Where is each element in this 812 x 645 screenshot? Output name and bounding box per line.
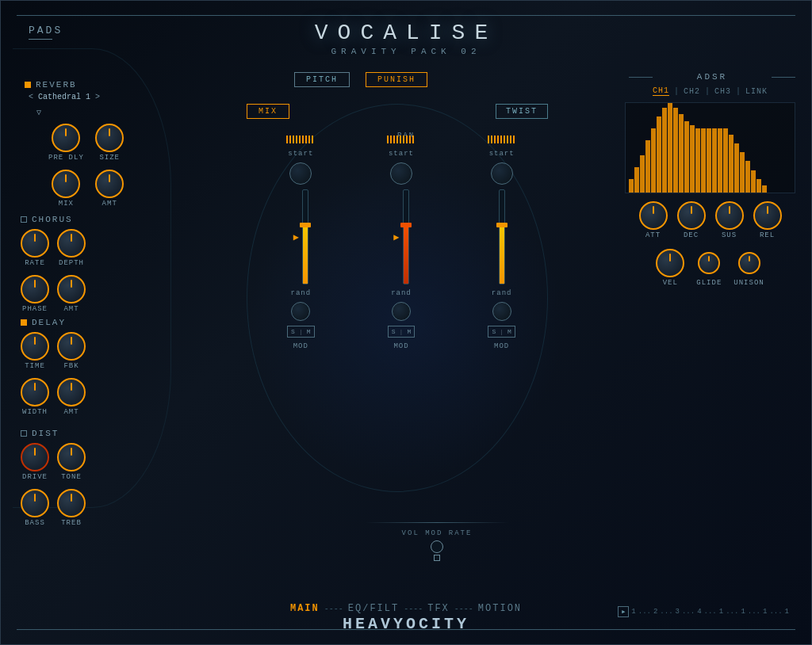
fader2-play-arrow: ▶	[393, 231, 399, 243]
fader1-m-button[interactable]: M	[307, 328, 311, 335]
knob-group-phase: PHASE	[21, 275, 49, 313]
dist-tone-knob[interactable]	[57, 443, 86, 471]
nav-tab-tfx[interactable]: TFX	[427, 603, 450, 614]
seq-sep3: ...	[682, 608, 695, 616]
header: VOCALISE GRAVITY PACK 02	[1, 21, 811, 56]
delay-fbk-knob[interactable]	[57, 332, 86, 361]
delay-amt-knob[interactable]	[57, 378, 86, 406]
seq-dot-4[interactable]: 4	[697, 608, 701, 616]
fader3-thumb[interactable]	[496, 223, 508, 227]
fader1-thumb[interactable]	[300, 223, 311, 227]
seq-sep5: ...	[726, 608, 738, 616]
dist-treb-knob[interactable]	[57, 489, 86, 517]
adsr-tab-ch1[interactable]: CH1	[653, 86, 669, 96]
reverb-amt-knob[interactable]	[95, 170, 124, 198]
chorus-enabled-checkbox[interactable]	[21, 216, 27, 223]
chorus-amt-label: AMT	[63, 305, 79, 313]
chorus-depth-knob[interactable]	[57, 229, 86, 258]
vol-mod-knob-area	[431, 540, 443, 561]
preset-next-arrow[interactable]: >	[95, 93, 100, 101]
fader2-track[interactable]	[403, 189, 409, 284]
glide-knob[interactable]	[698, 252, 720, 274]
fader1-s-button[interactable]: S	[291, 328, 295, 335]
adsr-bar	[651, 128, 656, 193]
preset-prev-arrow[interactable]: <	[29, 93, 33, 101]
twist-button[interactable]: TWIST	[496, 104, 548, 119]
reverb-mix-label: MIX	[59, 200, 74, 208]
seq-dot-5[interactable]: 1	[719, 608, 723, 616]
adsr-tab-ch2[interactable]: CH2	[684, 87, 700, 96]
knob-group-width: WIDTH	[21, 378, 49, 416]
adsr-att-knob[interactable]	[639, 201, 668, 230]
fader2-sm-divider: |	[400, 328, 404, 335]
knob-group-delayamt: AMT	[57, 378, 86, 416]
seq-dot-3[interactable]: 3	[676, 608, 680, 616]
chorus-amt-knob[interactable]	[57, 275, 86, 303]
fader2-m-button[interactable]: M	[407, 328, 411, 335]
seq-dot-6[interactable]: 1	[741, 608, 745, 616]
fader3-start-knob[interactable]	[491, 162, 513, 185]
reverb-label: REVERB	[36, 80, 77, 90]
nav-div3: ----	[450, 605, 478, 613]
reverb-mix-knob[interactable]	[52, 170, 80, 198]
delay-time-knob[interactable]	[21, 332, 49, 361]
fader-column-3: start rand S | M MOD	[488, 135, 516, 350]
chorus-phase-label: PHASE	[22, 305, 48, 313]
fader3-s-button[interactable]: S	[492, 328, 496, 335]
nav-tab-main[interactable]: MAIN	[290, 603, 320, 614]
chorus-rate-knob[interactable]	[21, 229, 49, 258]
fader1-fill	[303, 227, 308, 284]
seq-dot-2[interactable]: 2	[653, 608, 657, 616]
fader1-mod-label: MOD	[293, 342, 308, 350]
fader1-track[interactable]	[302, 189, 308, 284]
fader1-start-knob[interactable]	[289, 162, 312, 185]
fader1-play-arrow: ▶	[293, 231, 299, 243]
vel-knob[interactable]	[656, 249, 684, 277]
seq-dot-8[interactable]: 1	[785, 608, 789, 616]
adsr-bars	[626, 103, 795, 193]
reverb-enabled-indicator[interactable]	[25, 82, 31, 88]
reverb-dropdown-indicator[interactable]: ▽	[36, 108, 128, 117]
nav-tab-motion[interactable]: MOTION	[478, 603, 522, 614]
plugin-container: PADS VOCALISE GRAVITY PACK 02 REVERB < C…	[0, 0, 812, 645]
adsr-dec-knob[interactable]	[677, 201, 706, 230]
knob-group-predly: PRE DLY	[48, 124, 84, 162]
vol-mod-knob[interactable]	[431, 540, 443, 553]
fader3-track[interactable]	[499, 189, 505, 284]
knob-group-bass: BASS	[21, 489, 49, 527]
fader2-rand-knob[interactable]	[392, 302, 411, 321]
seq-dot-7[interactable]: 1	[763, 608, 767, 616]
nav-tab-eqfilt[interactable]: EQ/FILT	[348, 603, 399, 614]
delay-enabled-indicator[interactable]	[21, 319, 27, 326]
adsr-sus-knob[interactable]	[715, 201, 744, 230]
adsr-dec-label: DEC	[684, 231, 699, 239]
reverb-header: REVERB	[25, 80, 128, 90]
punish-button[interactable]: PUNISH	[366, 72, 427, 87]
pitch-button[interactable]: PITCH	[294, 72, 350, 87]
chorus-phase-knob[interactable]	[21, 275, 49, 303]
adsr-tab-link[interactable]: LINK	[745, 87, 768, 96]
seq-sep7: ...	[769, 608, 782, 616]
mix-button[interactable]: MIX	[247, 104, 289, 119]
fader3-sm-container: S | M	[488, 326, 515, 338]
fader2-s-button[interactable]: S	[392, 328, 396, 335]
adsr-att-label: ATT	[645, 231, 661, 239]
reverb-size-knob[interactable]	[95, 124, 124, 152]
fader1-rand-knob[interactable]	[291, 302, 310, 321]
dist-bass-knob[interactable]	[21, 489, 49, 517]
seq-play-button[interactable]: ▶	[618, 606, 629, 617]
dist-drive-knob[interactable]	[21, 443, 49, 471]
seq-dot-1[interactable]: 1	[631, 608, 635, 616]
fader3-m-button[interactable]: M	[508, 328, 511, 335]
fader2-thumb[interactable]	[400, 223, 412, 227]
unison-knob[interactable]	[738, 252, 760, 274]
dist-enabled-checkbox[interactable]	[21, 430, 27, 437]
knob-group-sus: SUS	[715, 201, 744, 239]
glide-label: GLIDE	[696, 279, 722, 287]
delay-width-knob[interactable]	[21, 378, 49, 406]
reverb-predly-knob[interactable]	[52, 124, 80, 152]
fader2-start-knob[interactable]	[390, 162, 412, 185]
adsr-rel-knob[interactable]	[753, 201, 782, 230]
adsr-tab-ch3[interactable]: CH3	[714, 87, 731, 96]
fader3-rand-knob[interactable]	[492, 302, 511, 321]
